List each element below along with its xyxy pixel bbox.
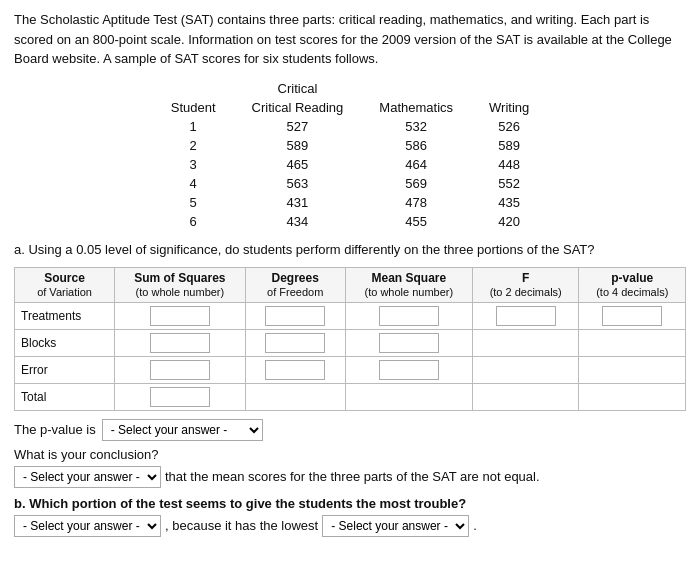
col-writing-header: Writing bbox=[471, 98, 547, 117]
ms-header: Mean Square bbox=[371, 271, 446, 285]
f-header: F bbox=[522, 271, 529, 285]
anova-table: Source of Variation Sum of Squares (to w… bbox=[14, 267, 686, 411]
table-row: 3 465 464 448 bbox=[153, 155, 548, 174]
table-row: 5 431 478 435 bbox=[153, 193, 548, 212]
treatments-f-input[interactable] bbox=[496, 306, 556, 326]
treatments-pval-input[interactable] bbox=[602, 306, 662, 326]
treatments-df-input[interactable] bbox=[265, 306, 325, 326]
question-b-label: b. Which portion of the test seems to gi… bbox=[14, 496, 686, 511]
anova-row-blocks: Blocks bbox=[15, 329, 686, 356]
blocks-ms-input[interactable] bbox=[379, 333, 439, 353]
conclusion-row: What is your conclusion? - Select your a… bbox=[14, 447, 686, 488]
ss-header: Sum of Squares bbox=[134, 271, 225, 285]
pval-subheader: (to 4 decimals) bbox=[596, 286, 668, 298]
col-reading-header: Critical Reading bbox=[234, 98, 362, 117]
conclusion-text: that the mean scores for the three parts… bbox=[165, 469, 540, 484]
p-value-select[interactable]: - Select your answer - Less than 0.01 Be… bbox=[102, 419, 263, 441]
error-ms-input[interactable] bbox=[379, 360, 439, 380]
table-row: 4 563 569 552 bbox=[153, 174, 548, 193]
source-header: Source bbox=[44, 271, 85, 285]
conclusion-inline: - Select your answer - Reject H0 Do not … bbox=[14, 466, 686, 488]
part-b-row: - Select your answer - Critical Reading … bbox=[14, 515, 686, 537]
col-math-header: Mathematics bbox=[361, 98, 471, 117]
part-b-end-text: . bbox=[473, 518, 477, 533]
blocks-df-input[interactable] bbox=[265, 333, 325, 353]
anova-row-treatments: Treatments bbox=[15, 302, 686, 329]
conclusion-label: What is your conclusion? bbox=[14, 447, 686, 462]
treatments-ms-input[interactable] bbox=[379, 306, 439, 326]
total-ss-input[interactable] bbox=[150, 387, 210, 407]
conclusion-select[interactable]: - Select your answer - Reject H0 Do not … bbox=[14, 466, 161, 488]
blocks-ss-input[interactable] bbox=[150, 333, 210, 353]
sat-scores-table: Critical Student Critical Reading Mathem… bbox=[153, 79, 548, 231]
table-row: 1 527 532 526 bbox=[153, 117, 548, 136]
table-row: 2 589 586 589 bbox=[153, 136, 548, 155]
pval-header: p-value bbox=[611, 271, 653, 285]
intro-paragraph: The Scholastic Aptitude Test (SAT) conta… bbox=[14, 10, 686, 69]
table-row: 6 434 455 420 bbox=[153, 212, 548, 231]
ss-subheader: (to whole number) bbox=[136, 286, 225, 298]
part-b-select1[interactable]: - Select your answer - Critical Reading … bbox=[14, 515, 161, 537]
p-value-row: The p-value is - Select your answer - Le… bbox=[14, 419, 686, 441]
ms-subheader: (to whole number) bbox=[365, 286, 454, 298]
treatments-ss-input[interactable] bbox=[150, 306, 210, 326]
anova-row-error: Error bbox=[15, 356, 686, 383]
p-value-label: The p-value is bbox=[14, 422, 96, 437]
question-a-text: a. Using a 0.05 level of significance, d… bbox=[14, 241, 686, 259]
part-b-select2[interactable]: - Select your answer - mean median sum bbox=[322, 515, 469, 537]
df-header: Degrees bbox=[272, 271, 319, 285]
error-df-input[interactable] bbox=[265, 360, 325, 380]
f-subheader: (to 2 decimals) bbox=[490, 286, 562, 298]
source-subheader: of Variation bbox=[37, 286, 92, 298]
anova-row-total: Total bbox=[15, 383, 686, 410]
df-subheader: of Freedom bbox=[267, 286, 323, 298]
col-student-header: Student bbox=[153, 98, 234, 117]
error-ss-input[interactable] bbox=[150, 360, 210, 380]
part-b-middle-text: , because it has the lowest bbox=[165, 518, 318, 533]
